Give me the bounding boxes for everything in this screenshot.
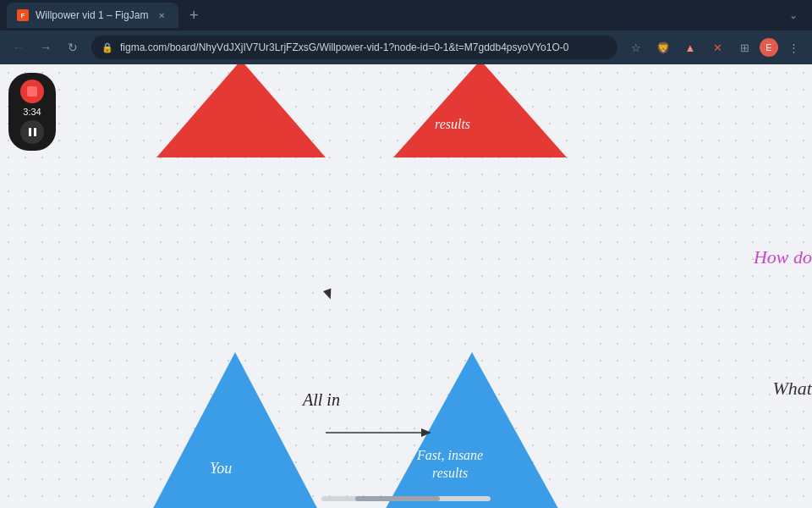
nav-actions: ☆ 🦁 ▲ ✕ ⊞ E ⋮	[624, 36, 805, 59]
horizontal-scrollbar-thumb[interactable]	[355, 496, 440, 501]
window-chevron-button[interactable]: ⌄	[782, 3, 805, 27]
new-tab-button[interactable]: +	[182, 3, 206, 27]
pause-bar-left	[29, 128, 31, 136]
brave-icon-button[interactable]: ✕	[705, 36, 729, 59]
tab-close-button[interactable]: ✕	[155, 8, 168, 22]
refresh-button[interactable]: ↻	[61, 36, 85, 59]
recording-dot-inner	[27, 86, 37, 97]
active-tab[interactable]: F Willpower vid 1 – FigJam ✕	[7, 3, 178, 28]
bookmark-button[interactable]: ☆	[624, 36, 648, 59]
lock-icon: 🔒	[102, 42, 113, 53]
tab-title: Willpower vid 1 – FigJam	[36, 9, 148, 21]
red-triangle-left	[156, 64, 326, 157]
pause-bar-right	[34, 128, 36, 136]
all-in-arrow-head	[421, 428, 431, 437]
forward-button[interactable]: →	[34, 36, 58, 59]
tab-bar: F Willpower vid 1 – FigJam ✕ + ⌄	[0, 0, 812, 30]
recording-dot	[20, 80, 44, 103]
red-triangle-right	[393, 64, 567, 157]
profile-button[interactable]: E	[760, 38, 778, 57]
how-do-text: How do	[754, 246, 812, 268]
blue-triangle-left	[151, 352, 320, 508]
horizontal-scrollbar-track[interactable]	[321, 496, 491, 501]
extensions-button[interactable]: ⊞	[732, 36, 756, 59]
browser-chrome: F Willpower vid 1 – FigJam ✕ + ⌄ ← → ↻ 🔒…	[0, 0, 812, 64]
nav-bar: ← → ↻ 🔒 figma.com/board/NhyVdJXjIV7Ur3Lr…	[0, 30, 812, 64]
brave-bat-button[interactable]: ▲	[678, 36, 702, 59]
brave-shield-button[interactable]: 🦁	[651, 36, 675, 59]
canvas-svg	[0, 64, 812, 508]
url-text: figma.com/board/NhyVdJXjIV7Ur3LrjFZxsG/W…	[120, 41, 568, 53]
recording-pause-button[interactable]	[20, 120, 44, 144]
red-triangle-right-label: results	[435, 117, 470, 132]
back-button[interactable]: ←	[7, 36, 30, 59]
tab-favicon: F	[17, 9, 29, 21]
pause-icon	[29, 128, 36, 136]
window-controls: ⌄	[782, 3, 805, 27]
menu-button[interactable]: ⋮	[782, 36, 805, 59]
figma-canvas: results You Fast, insaneresults All in H…	[0, 64, 812, 508]
recording-time: 3:34	[23, 107, 41, 117]
all-in-label: All in	[303, 390, 340, 410]
what-text: What	[773, 378, 812, 400]
blue-triangle-right	[383, 352, 561, 508]
blue-triangle-left-label: You	[210, 460, 232, 478]
address-bar[interactable]: 🔒 figma.com/board/NhyVdJXjIV7Ur3LrjFZxsG…	[91, 36, 617, 59]
recording-widget: 3:34	[8, 73, 56, 151]
blue-triangle-right-label: Fast, insaneresults	[417, 447, 483, 483]
